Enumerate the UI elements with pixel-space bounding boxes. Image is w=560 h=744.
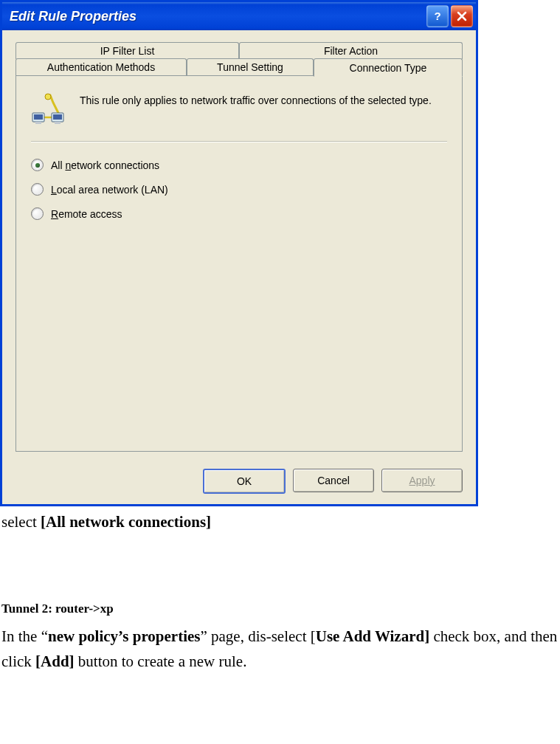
svg-text:?: ? bbox=[434, 10, 440, 22]
tabs: IP Filter List Filter Action Authenticat… bbox=[15, 42, 463, 452]
button-row: OK Cancel Apply bbox=[2, 461, 476, 504]
svg-rect-4 bbox=[34, 114, 43, 120]
close-button[interactable] bbox=[451, 5, 473, 27]
tab-filter-action[interactable]: Filter Action bbox=[239, 42, 463, 59]
doc-heading: Tunnel 2: router->xp bbox=[0, 602, 560, 616]
radio-lan[interactable]: Local area network (LAN) bbox=[31, 183, 447, 196]
tab-row-front: Authentication Methods Tunnel Setting Co… bbox=[15, 58, 463, 76]
tab-connection-type[interactable]: Connection Type bbox=[314, 58, 463, 77]
dialog-window: Edit Rule Properties ? IP Filter List Fi… bbox=[0, 0, 478, 506]
radio-icon bbox=[31, 207, 44, 220]
titlebar[interactable]: Edit Rule Properties ? bbox=[2, 2, 476, 30]
info-text: This rule only applies to network traffi… bbox=[80, 92, 432, 108]
tab-authentication-methods[interactable]: Authentication Methods bbox=[15, 58, 187, 76]
radio-group: All network connections Local area netwo… bbox=[31, 159, 447, 220]
help-button[interactable]: ? bbox=[426, 5, 449, 27]
radio-label: Local area network (LAN) bbox=[51, 184, 168, 196]
dialog-body: IP Filter List Filter Action Authenticat… bbox=[2, 30, 476, 461]
radio-icon bbox=[31, 183, 44, 196]
radio-icon bbox=[31, 159, 44, 171]
divider bbox=[31, 141, 447, 142]
svg-rect-8 bbox=[55, 122, 61, 124]
cancel-button[interactable]: Cancel bbox=[293, 469, 374, 492]
svg-point-1 bbox=[45, 94, 51, 100]
close-icon bbox=[457, 11, 467, 21]
info-row: This rule only applies to network traffi… bbox=[31, 92, 447, 128]
radio-remote-access[interactable]: Remote access bbox=[31, 207, 447, 220]
radio-all-network[interactable]: All network connections bbox=[31, 159, 447, 171]
titlebar-buttons: ? bbox=[426, 5, 473, 27]
tab-ip-filter-list[interactable]: IP Filter List bbox=[15, 42, 239, 59]
radio-label: All network connections bbox=[51, 159, 159, 171]
svg-rect-7 bbox=[53, 114, 62, 120]
tab-panel-connection-type: This rule only applies to network traffi… bbox=[15, 75, 463, 452]
help-icon: ? bbox=[432, 10, 443, 22]
tab-row-back: IP Filter List Filter Action bbox=[15, 42, 463, 59]
ok-button[interactable]: OK bbox=[203, 469, 286, 494]
svg-rect-5 bbox=[35, 122, 41, 124]
doc-line-1: select [All network connections] bbox=[0, 506, 560, 535]
apply-button[interactable]: Apply bbox=[381, 469, 463, 492]
network-icon bbox=[31, 92, 66, 128]
tab-tunnel-setting[interactable]: Tunnel Setting bbox=[187, 58, 314, 76]
radio-label: Remote access bbox=[51, 208, 122, 220]
window-title: Edit Rule Properties bbox=[10, 9, 136, 24]
doc-line-2: In the “new policy’s properties” page, d… bbox=[0, 621, 560, 675]
